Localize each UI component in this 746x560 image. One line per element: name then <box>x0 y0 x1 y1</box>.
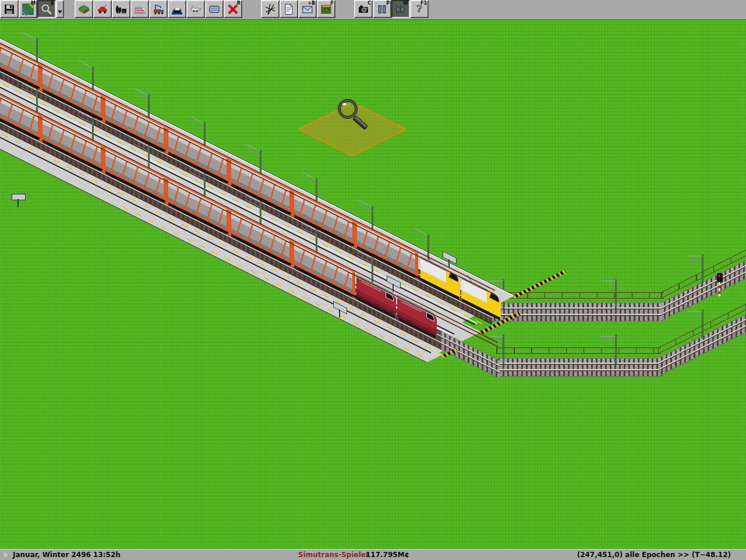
locomotive-red[interactable] <box>397 293 437 339</box>
svg-text:50¢: 50¢ <box>323 8 330 12</box>
magnifier-handle <box>352 115 368 130</box>
player-name: Simutrans-Spieler <box>298 551 369 559</box>
magnifier-lens <box>338 100 357 118</box>
wagon-frame-top <box>102 146 167 179</box>
catenary-mast <box>702 254 703 283</box>
save-icon <box>2 2 16 16</box>
toolbar-button-finances[interactable]: 50¢F <box>317 0 335 18</box>
freight-wagon[interactable] <box>228 210 292 267</box>
catenary-mast <box>615 335 617 364</box>
toolbar-button-truck-tools[interactable] <box>149 0 168 18</box>
freight-wagon[interactable] <box>102 147 167 204</box>
toolbar-button-line-management[interactable] <box>261 0 280 18</box>
main-toolbar: MAR+B50¢FCPW?F1 <box>0 0 746 20</box>
toolbar-button-remove-tool[interactable]: R <box>224 0 242 18</box>
ship-icon <box>170 2 184 16</box>
crane-truck-icon <box>151 2 165 16</box>
highspeed-icon <box>133 2 147 16</box>
player-cash: 117.795M¢ <box>366 551 409 559</box>
plane-icon <box>189 2 203 16</box>
shortcut-label: P <box>386 1 390 6</box>
shortcut-label: F1 <box>420 1 427 6</box>
wagon-frame-top <box>40 114 104 148</box>
car-icon <box>96 2 109 16</box>
toolbar-button-messages[interactable]: +B <box>298 0 317 18</box>
toolbar-button-air-tools[interactable] <box>186 0 205 18</box>
catenary-mast <box>615 279 617 309</box>
shortcut-label: R <box>237 1 241 6</box>
simutrans-window: MAR+B50¢FCPW?F1 ❄ Januar, Winter 2496 13… <box>0 0 746 560</box>
locomotive-red[interactable] <box>356 272 396 319</box>
status-bar: ❄ Januar, Winter 2496 13:52h Simutrans-S… <box>0 549 746 560</box>
document-icon <box>282 2 296 16</box>
wagon-frame-top <box>228 208 292 242</box>
signal-icon[interactable] <box>717 273 723 282</box>
sign-board <box>12 194 26 200</box>
shortcut-label: W <box>403 1 408 6</box>
toolbar-button-terrain-tools[interactable] <box>75 0 93 18</box>
freight-wagon[interactable] <box>40 115 104 173</box>
schedule-icon <box>207 2 221 16</box>
toolbar-button-rail-tools[interactable] <box>112 0 130 18</box>
station-sign[interactable] <box>12 194 24 208</box>
game-map-view[interactable] <box>0 19 746 549</box>
toolbar-button-help[interactable]: ?F1 <box>410 0 429 18</box>
snowflake-icon: ❄ <box>2 551 9 559</box>
freight-wagon[interactable] <box>165 178 229 236</box>
toolbar-button-map[interactable]: M <box>19 0 37 18</box>
toolbar-button-screenshot[interactable]: C <box>354 0 373 18</box>
network-icon <box>263 2 277 16</box>
toolbar-button-fast-forward[interactable]: W <box>391 0 410 18</box>
toolbar-button-query[interactable]: A <box>37 0 56 18</box>
sign-post <box>17 199 19 207</box>
toolbar-button-save[interactable] <box>0 0 19 18</box>
dropdown-arrow-icon <box>57 2 63 16</box>
coordinates-status: (247,451,0) alle Epochen >> (T~48.12) <box>577 551 731 559</box>
toolbar-button-ship-tools[interactable] <box>168 0 186 18</box>
shortcut-label: M <box>31 1 36 6</box>
wagon-frame-top <box>0 83 41 116</box>
catenary-mast <box>702 310 703 339</box>
toolbar-button-special-tools[interactable] <box>205 0 224 18</box>
freight-wagon[interactable] <box>0 84 41 141</box>
toolbar-button-highspeed-tools[interactable] <box>130 0 149 18</box>
toolbar-button-road-tools[interactable] <box>93 0 112 18</box>
toolbar-button-lists[interactable] <box>280 0 298 18</box>
wagon-frame-top <box>291 240 355 274</box>
shortcut-label: A <box>51 1 54 6</box>
train-icon <box>114 2 128 16</box>
toolbar-button-pause[interactable]: P <box>373 0 391 18</box>
wagon-frame-top <box>165 177 229 211</box>
shortcut-label: F <box>331 1 334 6</box>
freight-train-lower[interactable] <box>0 26 547 423</box>
signal-pole <box>719 282 720 296</box>
game-date: Januar, Winter 2496 13:52h <box>13 551 121 559</box>
magnifier-cursor <box>338 100 373 134</box>
freight-wagon[interactable] <box>291 241 355 299</box>
toolbar-button-tool-dropdown[interactable] <box>56 0 64 18</box>
lens-glint <box>342 103 347 105</box>
shortcut-label: C <box>367 1 371 6</box>
shortcut-label: +B <box>307 1 315 6</box>
terrain-icon <box>77 2 91 16</box>
